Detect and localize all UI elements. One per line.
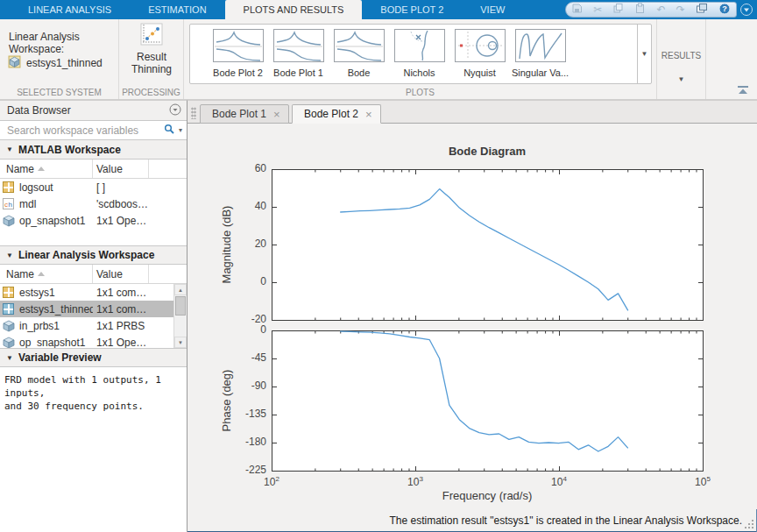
undo-icon[interactable]: ↶ [656,4,665,15]
bode-figure: Bode Diagram Frequency (rad/s) estsys1_t… [187,124,757,509]
result-thinning-label: Result Thinning [123,51,180,75]
gallery-expand-button[interactable]: ▼ [637,25,651,83]
bode-thumb-icon [335,30,384,61]
y-tick-label: 0 [231,323,266,336]
table-row-estsys1-thinned[interactable]: estsys1_thinned 1x1 com… [0,301,187,317]
x-tick-label: 104 [541,475,577,488]
x-tick-label: 103 [398,475,433,488]
gallery-item-bode[interactable]: Bode [329,29,389,78]
close-icon[interactable]: × [273,109,280,120]
tab-bode-plot-2[interactable]: BODE PLOT 2 [362,0,462,19]
status-message: The estimation result "estsys1" is creat… [390,514,742,527]
scroll-down-icon[interactable]: ▼ [174,337,187,348]
data-browser-header: Data Browser [0,101,187,121]
paste-icon[interactable] [634,3,646,17]
column-name[interactable]: Name [0,265,93,283]
column-name[interactable]: Name [0,160,93,178]
tab-view[interactable]: VIEW [462,0,523,19]
doc-tab-bode-plot-2[interactable]: Bode Plot 2 × [292,104,381,124]
scrollbar-thumb[interactable] [175,296,186,316]
svg-text:?: ? [722,4,727,13]
table-row-op-snapshot1[interactable]: op_snapshot1 1x1 Ope… [0,212,187,229]
tab-estimation[interactable]: ESTIMATION [130,0,224,19]
save-icon[interactable] [571,3,583,17]
result-thinning-icon [140,23,163,46]
results-section[interactable]: RESULTS ▼ [657,19,706,99]
close-icon[interactable]: × [365,109,372,120]
selected-system-name: estsys1_thinned [26,57,103,69]
nyquist-thumb-icon [456,30,505,61]
bode-thumb-icon [274,30,323,61]
search-icon[interactable] [164,124,175,138]
operating-point-cube-icon [3,320,16,331]
cut-icon[interactable]: ✂ [593,4,602,15]
column-value[interactable]: Value [93,265,149,283]
y-tick-label: -225 [231,464,266,476]
y-tick-label: 60 [231,162,266,174]
operating-point-cube-icon [3,337,16,348]
chevron-down-icon: ▼ [657,75,705,83]
collapse-ribbon-icon[interactable] [738,85,750,96]
variable-preview-header[interactable]: ▼ Variable Preview [0,348,187,367]
section-title-processing: PROCESSING [119,88,183,97]
table-row-estsys1[interactable]: estsys1 1x1 com… [0,284,187,301]
y-tick-label: -90 [231,379,266,392]
plots-gallery: Bode Plot 2 Bode Plot 1 Bode Nichols [189,24,652,84]
selected-system-value[interactable]: estsys1_thinned [8,55,103,71]
magnitude-plot [272,169,704,321]
section-title-plots: PLOTS [184,88,656,97]
la-workspace-rows: estsys1 1x1 com… estsys1_thinned 1x1 com… [0,284,187,348]
help-icon[interactable]: ? [718,3,731,18]
sort-ascending-icon [38,167,45,172]
vertical-scrollbar[interactable]: ▲ ▼ [173,284,187,348]
matlab-workspace-column-headers: Name Value [0,160,187,179]
y-tick-label: 40 [231,200,266,212]
y-tick-label: -135 [231,408,266,420]
scroll-up-icon[interactable]: ▲ [174,284,187,295]
gallery-item-bode-plot-2[interactable]: Bode Plot 2 [208,29,268,78]
search-input[interactable]: Search workspace variables ▾ [0,121,187,140]
doc-tab-bode-plot-1[interactable]: Bode Plot 1 × [200,104,289,124]
panel-menu-icon[interactable] [169,103,181,118]
matlab-workspace-header[interactable]: ▼ MATLAB Workspace [0,140,187,160]
linear-analysis-workspace-header[interactable]: ▼ Linear Analysis Workspace [0,245,187,265]
dataset-grid-icon [3,287,16,298]
y-axis-label: Magnitude (dB) [220,206,233,284]
collapse-triangle-icon: ▼ [6,145,13,153]
minimize-ribbon-icon[interactable] [739,3,753,17]
table-row-op-snapshot1[interactable]: op_snapshot1 1x1 Ope… [0,334,187,348]
x-tick-label: 105 [685,475,720,488]
gallery-item-bode-plot-1[interactable]: Bode Plot 1 [268,29,329,78]
tab-plots-and-results[interactable]: PLOTS AND RESULTS [225,0,363,19]
resize-grip[interactable] [752,527,753,528]
y-axis-label: Phase (deg) [220,370,233,432]
gallery-item-nyquist[interactable]: Nyquist [449,29,510,78]
x-tick-label: 102 [254,475,289,488]
plots-section: Bode Plot 2 Bode Plot 1 Bode Nichols [184,19,657,99]
svg-text:h: h [9,201,12,209]
tab-bar-grip-handle[interactable] [191,107,196,119]
system-cube-icon [8,55,21,71]
search-options-chevron-icon[interactable]: ▾ [179,126,182,134]
operating-point-cube-icon [3,215,16,226]
copy-icon[interactable] [612,3,624,17]
ribbon-body: Linear Analysis Workspace: estsys1_thinn… [0,19,757,100]
table-row-mdl[interactable]: ch mdl 'scdboos… [0,195,187,212]
char-icon: ch [3,198,16,209]
selected-system-section: Linear Analysis Workspace: estsys1_thinn… [0,19,119,99]
y-tick-label: 0 [231,275,266,287]
table-row-logsout[interactable]: logsout [ ] [0,179,187,195]
column-value[interactable]: Value [93,160,149,178]
table-row-in-prbs1[interactable]: in_prbs1 1x1 PRBS [0,317,187,334]
sort-ascending-icon [38,272,45,277]
svg-text:c: c [4,201,8,209]
result-thinning-button[interactable]: Result Thinning [123,23,180,75]
redo-icon[interactable]: ↷ [676,4,685,15]
gallery-item-singular-values[interactable]: Singular Va... [510,29,570,78]
results-label: RESULTS [657,51,705,60]
gallery-item-nichols[interactable]: Nichols [389,29,449,78]
data-browser-title: Data Browser [7,104,169,117]
window-icon[interactable] [696,3,708,17]
tab-linear-analysis[interactable]: LINEAR ANALYSIS [10,0,130,19]
variable-preview-text: FRD model with 1 outputs, 1 inputs, and … [0,367,187,419]
